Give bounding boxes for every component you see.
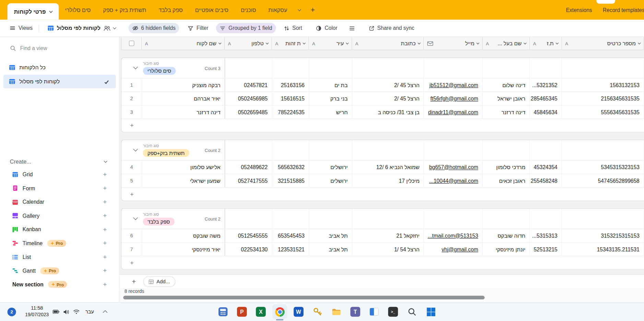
add-record-row[interactable]: + (122, 256, 644, 269)
add-view-icon[interactable]: + (103, 240, 107, 247)
cell-owner[interactable]: חדוה שובקס (483, 229, 530, 242)
cell-address[interactable]: הרצל 45 /2 (352, 92, 424, 105)
add-view-icon[interactable]: + (103, 185, 107, 192)
search-icon[interactable] (407, 307, 417, 317)
add-record-row[interactable]: + (122, 188, 644, 200)
cell-city[interactable]: תל אביב (309, 229, 352, 242)
cell-phone[interactable]: 0502659485 (225, 106, 272, 119)
column-header[interactable]: Aטלפון (225, 37, 272, 50)
hidden-fields-button[interactable]: 6 hidden fields (128, 23, 179, 33)
cell-natid[interactable]: 321515885 (272, 174, 309, 187)
cell-city[interactable]: חריש (309, 106, 352, 119)
create-section-header[interactable]: Create... (0, 155, 119, 168)
sidebar-view-item[interactable]: לקוחות לפי מסלול (3, 75, 116, 88)
powerpoint-icon[interactable]: P (237, 307, 247, 317)
cell-city[interactable]: בת ים (309, 79, 352, 92)
cell-card[interactable]: 2156345631535 (562, 92, 644, 105)
cell-address[interactable]: הרצל 54 /1 (352, 243, 424, 256)
share-sync-button[interactable]: Share and sync (365, 23, 418, 33)
create-view-item[interactable]: New sectionPro+ (0, 278, 119, 292)
collapse-group-icon[interactable] (133, 215, 138, 220)
cell-tz[interactable]: 255458248 (530, 174, 562, 187)
add-view-icon[interactable]: + (103, 267, 107, 275)
add-view-icon[interactable]: + (103, 212, 107, 219)
column-header[interactable]: Aמספר כרטיס (562, 37, 644, 50)
create-view-item[interactable]: Form+ (0, 181, 119, 195)
create-view-item[interactable]: Calendar+ (0, 195, 119, 209)
cell-phone[interactable]: 0527417555 (225, 174, 272, 187)
cell-natid[interactable]: 565632632 (272, 160, 309, 174)
cell-natid[interactable]: 785224535 (272, 106, 309, 119)
chevron-down-icon[interactable] (298, 8, 301, 11)
add-table-button[interactable]: + (311, 6, 315, 14)
table-tab[interactable]: סיבים אופטיים (189, 0, 235, 20)
battery-icon[interactable] (52, 309, 59, 314)
create-view-item[interactable]: Grid+ (0, 168, 119, 181)
windows-start-icon[interactable] (426, 307, 436, 317)
cell-email[interactable]: ...10044@gmail.com (424, 174, 483, 187)
volume-icon[interactable] (63, 309, 69, 315)
table-tab[interactable]: ספק בלבד (152, 0, 189, 20)
taskbar-clock[interactable]: 11:58 19/07/2023 (21, 305, 53, 318)
excel-icon[interactable]: X (256, 307, 266, 317)
column-header[interactable]: Aשם בעל ... (482, 37, 530, 50)
cell-email[interactable]: vhj@gmail.com (424, 243, 483, 256)
cell-phone[interactable]: 022534130 (225, 243, 272, 256)
language-indicator[interactable]: עבר (85, 303, 94, 321)
column-header[interactable]: Aכתובת (352, 37, 424, 50)
add-record-row[interactable]: + (122, 119, 644, 132)
add-view-icon[interactable]: + (103, 198, 107, 206)
key-icon[interactable] (312, 307, 322, 317)
add-view-icon[interactable]: + (103, 171, 107, 178)
cell-name[interactable]: משה שובקס (142, 229, 225, 242)
cell-natid[interactable]: 15616515 (272, 92, 309, 105)
cell-card[interactable]: 5556345631535 (562, 106, 644, 119)
cell-city[interactable]: ירושלים (309, 174, 352, 187)
cell-tz[interactable]: ...5315313 (530, 229, 562, 242)
cell-owner[interactable]: דינה דרזנר (483, 106, 530, 119)
cell-owner[interactable]: ראובן ישראל (483, 92, 530, 105)
cell-address[interactable]: יחזקאל 21 (352, 229, 424, 242)
add-record-icon[interactable]: + (132, 277, 136, 286)
table-tab[interactable]: תשתית בזק + ספק (97, 0, 152, 20)
chrome-icon[interactable] (275, 307, 285, 317)
app-window-icon[interactable] (369, 307, 379, 317)
calculator-icon[interactable] (218, 307, 228, 317)
cell-address[interactable]: שמואל הנביא 6 /12 (352, 160, 424, 174)
column-header[interactable]: Aשם לקוח (142, 37, 225, 50)
group-button[interactable]: Grouped by 1 field (216, 23, 276, 33)
cell-tz[interactable]: ...5321352 (530, 79, 562, 92)
cell-name[interactable]: יאיר אברהם (142, 92, 225, 105)
table-tab[interactable]: עסקאות (262, 0, 294, 20)
hidden-icons-caret[interactable] (103, 310, 108, 315)
cell-card[interactable]: 54745652899658 (562, 174, 644, 187)
color-button[interactable]: Color (312, 23, 341, 33)
cell-phone[interactable]: 0502456985 (225, 92, 272, 105)
create-view-item[interactable]: List+ (0, 250, 119, 264)
cell-email[interactable]: bg657@hotmail.com (424, 160, 483, 174)
cell-city[interactable]: תל אביב (309, 243, 352, 256)
add-record-button[interactable]: Add... (143, 276, 175, 287)
cell-email[interactable]: jb51512@gmail.com (424, 79, 483, 92)
table-tab[interactable]: סוכנים (235, 0, 262, 20)
cell-natid[interactable]: 25163156 (272, 79, 309, 92)
cell-name[interactable]: רבקה מוצניק (142, 79, 225, 92)
cell-card[interactable]: 5345315323153 (562, 160, 644, 174)
cell-name[interactable]: יאיר מיזינסקי (142, 243, 225, 256)
notification-badge[interactable]: 2 (8, 307, 16, 316)
cell-owner[interactable]: ראובן זכאים (483, 174, 530, 187)
create-view-item[interactable]: GanttPro+ (0, 264, 119, 278)
column-header[interactable]: Aעיר (309, 37, 352, 50)
cell-address[interactable]: בן צבי 31/ כניסה ב (352, 106, 424, 119)
cell-natid[interactable]: 123531521 (272, 243, 309, 256)
cell-email[interactable]: ft56rfgh@gmail.com (424, 92, 483, 105)
table-tab[interactable]: סים סלולרי (59, 0, 97, 20)
cell-city[interactable]: ירושלים (309, 160, 352, 174)
cell-email[interactable]: dinadr11@gmail.com (424, 106, 483, 119)
cell-phone[interactable]: 02457821 (225, 79, 272, 92)
cell-tz[interactable]: 52513215 (530, 243, 562, 256)
record-templates-button[interactable]: Record templates (603, 7, 644, 13)
select-all-checkbox[interactable] (129, 41, 134, 46)
create-view-item[interactable]: Kanban+ (0, 223, 119, 236)
cell-name[interactable]: אלישע סלומון (142, 160, 225, 174)
